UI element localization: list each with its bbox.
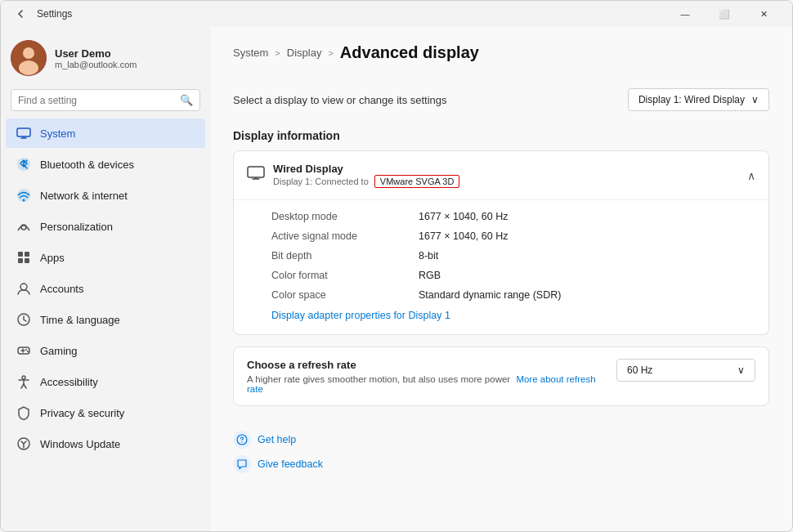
update-icon	[16, 436, 32, 452]
svg-rect-23	[248, 167, 264, 177]
color-space-value: Standard dynamic range (SDR)	[419, 289, 561, 301]
settings-window: Settings — ⬜ ✕ User Demo m_la	[0, 0, 793, 532]
svg-point-21	[22, 376, 25, 379]
svg-rect-12	[18, 258, 23, 263]
display-sub-prefix: Display 1: Connected to	[273, 177, 369, 186]
gaming-icon	[16, 342, 32, 359]
svg-point-2	[19, 60, 38, 75]
search-box[interactable]: 🔍	[11, 89, 200, 111]
sidebar-item-network-label: Network & internet	[40, 190, 128, 202]
color-format-value: RGB	[419, 270, 441, 281]
svg-point-19	[25, 349, 27, 351]
svg-point-20	[27, 351, 29, 352]
get-help-item[interactable]: Get help	[233, 431, 769, 449]
user-profile: User Demo m_lab@outlook.com	[1, 27, 210, 86]
maximize-button[interactable]: ⬜	[706, 1, 743, 27]
give-feedback-item[interactable]: Give feedback	[233, 455, 769, 473]
sidebar-item-apps-label: Apps	[40, 252, 65, 264]
sidebar: User Demo m_lab@outlook.com 🔍 System	[1, 27, 210, 531]
time-icon	[16, 311, 32, 328]
desktop-mode-value: 1677 × 1040, 60 Hz	[419, 211, 508, 222]
sidebar-item-apps[interactable]: Apps	[6, 243, 205, 272]
refresh-left: Choose a refresh rate A higher rate give…	[247, 359, 603, 394]
search-input[interactable]	[18, 95, 175, 106]
chevron-down-icon: ∨	[751, 94, 759, 105]
refresh-desc: A higher rate gives smoother motion, but…	[247, 374, 603, 394]
display-selector-dropdown[interactable]: Display 1: Wired Display ∨	[628, 88, 769, 111]
footer-links: Get help Give feedback	[210, 418, 792, 486]
user-email: m_lab@outlook.com	[55, 60, 137, 69]
adapter-properties-link[interactable]: Display adapter properties for Display 1	[271, 305, 450, 323]
breadcrumb-sep2: >	[328, 48, 333, 58]
sidebar-item-bluetooth[interactable]: Bluetooth & devices	[6, 150, 205, 179]
back-button[interactable]	[11, 4, 30, 24]
display-selector-value: Display 1: Wired Display	[638, 94, 745, 105]
refresh-rate-card: Choose a refresh rate A higher rate give…	[233, 346, 769, 406]
svg-rect-10	[18, 252, 23, 257]
sidebar-item-network[interactable]: Network & internet	[6, 181, 205, 210]
sidebar-item-accounts[interactable]: Accounts	[6, 274, 205, 303]
breadcrumb: System > Display > Advanced display	[233, 43, 769, 62]
window-controls: — ⬜ ✕	[666, 1, 782, 27]
svg-rect-13	[25, 258, 29, 263]
sidebar-item-time[interactable]: Time & language	[6, 305, 205, 334]
bit-depth-value: 8-bit	[419, 250, 438, 262]
sidebar-item-accessibility-label: Accessibility	[40, 376, 98, 388]
feedback-icon	[233, 455, 251, 473]
signal-mode-label: Active signal mode	[271, 230, 419, 242]
sidebar-item-system[interactable]: System	[6, 118, 205, 148]
display-selector-label: Select a display to view or change its s…	[233, 94, 447, 106]
network-icon	[16, 187, 32, 203]
color-format-label: Color format	[271, 270, 419, 281]
personalization-icon	[16, 218, 32, 235]
info-row-bit-depth: Bit depth 8-bit	[271, 246, 755, 266]
content-area: System > Display > Advanced display Sele…	[210, 27, 792, 531]
refresh-rate-dropdown[interactable]: 60 Hz ∨	[616, 359, 755, 382]
display-selector-row: Select a display to view or change its s…	[210, 77, 792, 123]
signal-mode-value: 1677 × 1040, 60 Hz	[419, 230, 508, 242]
card-header-left: Wired Display Display 1: Connected to VM…	[247, 163, 459, 188]
refresh-right: 60 Hz ∨	[616, 359, 755, 382]
display-info-section-label: Display information	[210, 123, 792, 150]
sidebar-item-update-label: Windows Update	[40, 438, 120, 450]
svg-rect-3	[17, 128, 30, 136]
system-icon	[16, 125, 32, 141]
svg-point-27	[241, 441, 242, 442]
sidebar-item-bluetooth-label: Bluetooth & devices	[40, 159, 134, 171]
svg-point-14	[20, 284, 27, 290]
titlebar: Settings — ⬜ ✕	[1, 1, 792, 27]
breadcrumb-display[interactable]: Display	[287, 47, 322, 59]
info-row-signal: Active signal mode 1677 × 1040, 60 Hz	[271, 226, 755, 246]
sidebar-item-personalization[interactable]: Personalization	[6, 212, 205, 241]
info-row-color-space: Color space Standard dynamic range (SDR)	[271, 285, 755, 305]
privacy-icon	[16, 405, 32, 421]
svg-rect-11	[25, 252, 29, 257]
bluetooth-icon	[16, 156, 32, 172]
avatar	[11, 40, 47, 76]
display-sub: Display 1: Connected to VMware SVGA 3D	[273, 175, 459, 188]
get-help-label[interactable]: Get help	[258, 434, 296, 445]
sidebar-item-privacy[interactable]: Privacy & security	[6, 398, 205, 427]
accounts-icon	[16, 280, 32, 297]
sidebar-item-accessibility[interactable]: Accessibility	[6, 367, 205, 396]
search-icon: 🔍	[180, 94, 193, 106]
give-feedback-label[interactable]: Give feedback	[258, 458, 323, 470]
minimize-button[interactable]: —	[666, 1, 704, 27]
display-info-card-header[interactable]: Wired Display Display 1: Connected to VM…	[234, 151, 768, 199]
accessibility-icon	[16, 373, 32, 390]
breadcrumb-system[interactable]: System	[233, 47, 268, 59]
page-header: System > Display > Advanced display	[210, 27, 792, 77]
sidebar-item-privacy-label: Privacy & security	[40, 407, 124, 419]
user-name: User Demo	[55, 47, 137, 60]
info-row-color-format: Color format RGB	[271, 266, 755, 285]
display-name: Wired Display	[273, 163, 459, 175]
page-title: Advanced display	[340, 43, 479, 62]
breadcrumb-sep1: >	[275, 48, 280, 58]
card-header-info: Wired Display Display 1: Connected to VM…	[273, 163, 459, 188]
sidebar-item-system-label: System	[40, 127, 75, 140]
sidebar-item-gaming[interactable]: Gaming	[6, 336, 205, 365]
refresh-title: Choose a refresh rate	[247, 359, 603, 371]
sidebar-item-windows-update[interactable]: Windows Update	[6, 429, 205, 458]
close-button[interactable]: ✕	[745, 1, 782, 27]
apps-icon	[16, 249, 32, 266]
